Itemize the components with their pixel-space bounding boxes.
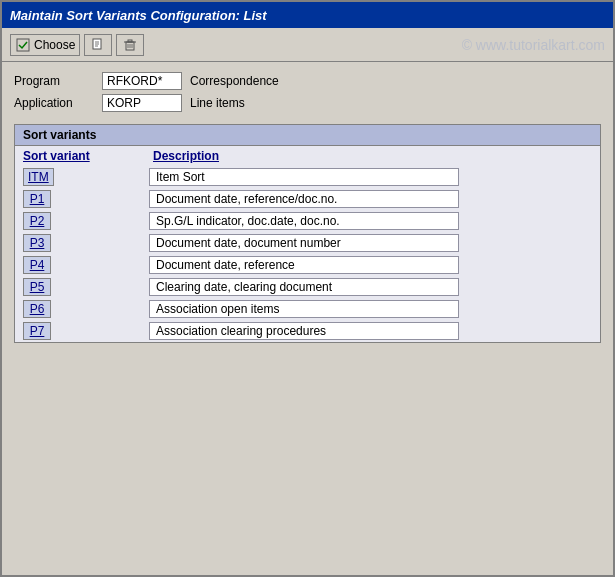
variant-description: Sp.G/L indicator, doc.date, doc.no.	[149, 212, 459, 230]
col-header-variant: Sort variant	[15, 146, 145, 166]
program-label: Program	[14, 74, 94, 88]
variant-code[interactable]: P4	[23, 256, 51, 274]
variant-description-cell: Sp.G/L indicator, doc.date, doc.no.	[145, 210, 600, 232]
table-row[interactable]: P3Document date, document number	[15, 232, 600, 254]
delete-icon	[122, 37, 138, 53]
application-row: Application Line items	[14, 94, 601, 112]
new-doc-icon	[90, 37, 106, 53]
variant-code[interactable]: P1	[23, 190, 51, 208]
variant-code[interactable]: P5	[23, 278, 51, 296]
variant-description-cell: Document date, document number	[145, 232, 600, 254]
table-row[interactable]: P4Document date, reference	[15, 254, 600, 276]
application-input[interactable]	[102, 94, 182, 112]
variant-code[interactable]: P6	[23, 300, 51, 318]
col-header-description: Description	[145, 146, 600, 166]
table-row[interactable]: P2Sp.G/L indicator, doc.date, doc.no.	[15, 210, 600, 232]
program-input[interactable]	[102, 72, 182, 90]
choose-label: Choose	[34, 38, 75, 52]
table-row[interactable]: ITMItem Sort	[15, 166, 600, 188]
main-content: Program Correspondence Application Line …	[2, 62, 613, 575]
variant-description-cell: Document date, reference/doc.no.	[145, 188, 600, 210]
choose-button[interactable]: Choose	[10, 34, 80, 56]
new-doc-button[interactable]	[84, 34, 112, 56]
variant-code-cell[interactable]: P7	[15, 320, 145, 342]
application-label: Application	[14, 96, 94, 110]
variant-description-cell: Document date, reference	[145, 254, 600, 276]
svg-rect-0	[17, 39, 29, 51]
main-window: Maintain Sort Variants Configuration: Li…	[0, 0, 615, 577]
variant-code[interactable]: P2	[23, 212, 51, 230]
variant-description: Clearing date, clearing document	[149, 278, 459, 296]
line-items-text: Line items	[190, 96, 245, 110]
sort-variants-header: Sort variants	[15, 125, 600, 146]
variant-code-cell[interactable]: P5	[15, 276, 145, 298]
variant-code-cell[interactable]: P1	[15, 188, 145, 210]
variant-code[interactable]: ITM	[23, 168, 54, 186]
variant-description: Item Sort	[149, 168, 459, 186]
variant-code-cell[interactable]: P2	[15, 210, 145, 232]
sort-variants-section: Sort variants Sort variant Description I…	[14, 124, 601, 343]
delete-button[interactable]	[116, 34, 144, 56]
variant-description-cell: Association clearing procedures	[145, 320, 600, 342]
title-bar: Maintain Sort Variants Configuration: Li…	[2, 2, 613, 28]
variant-description: Document date, reference	[149, 256, 459, 274]
variant-description: Document date, reference/doc.no.	[149, 190, 459, 208]
toolbar: Choose	[2, 28, 613, 62]
program-row: Program Correspondence	[14, 72, 601, 90]
variant-code[interactable]: P7	[23, 322, 51, 340]
variant-description: Association clearing procedures	[149, 322, 459, 340]
variant-description-cell: Clearing date, clearing document	[145, 276, 600, 298]
table-row[interactable]: P5Clearing date, clearing document	[15, 276, 600, 298]
variant-code-cell[interactable]: P6	[15, 298, 145, 320]
variant-description: Document date, document number	[149, 234, 459, 252]
variant-description: Association open items	[149, 300, 459, 318]
svg-rect-7	[128, 40, 132, 42]
variant-code-cell[interactable]: P4	[15, 254, 145, 276]
table-row[interactable]: P7Association clearing procedures	[15, 320, 600, 342]
variant-description-cell: Association open items	[145, 298, 600, 320]
choose-icon	[15, 37, 31, 53]
watermark: © www.tutorialkart.com	[462, 37, 605, 53]
table-row[interactable]: P6Association open items	[15, 298, 600, 320]
variant-code[interactable]: P3	[23, 234, 51, 252]
correspondence-text: Correspondence	[190, 74, 279, 88]
window-title: Maintain Sort Variants Configuration: Li…	[10, 8, 267, 23]
sort-variants-table: Sort variant Description ITMItem SortP1D…	[15, 146, 600, 342]
variant-description-cell: Item Sort	[145, 166, 600, 188]
table-row[interactable]: P1Document date, reference/doc.no.	[15, 188, 600, 210]
variant-code-cell[interactable]: ITM	[15, 166, 145, 188]
variant-code-cell[interactable]: P3	[15, 232, 145, 254]
